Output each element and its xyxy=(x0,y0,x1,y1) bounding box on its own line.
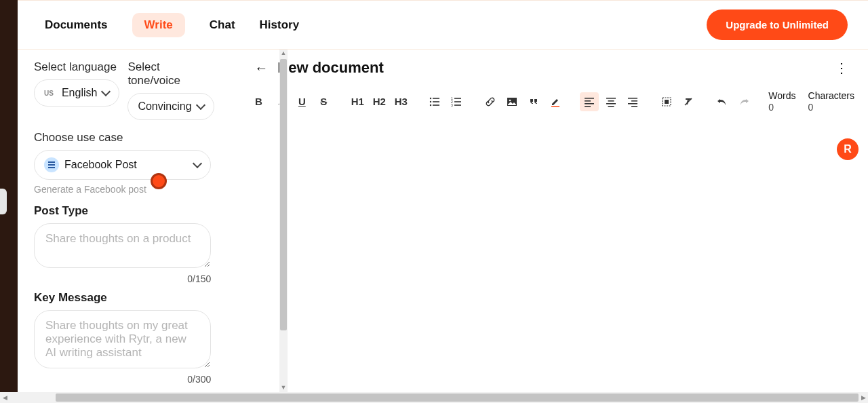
svg-rect-19 xyxy=(606,98,616,99)
tone-value: Convincing xyxy=(138,100,191,113)
language-select[interactable]: us English xyxy=(34,79,119,107)
bold-button[interactable]: B xyxy=(249,92,268,111)
key-message-input[interactable] xyxy=(34,310,211,368)
horizontal-scrollbar[interactable]: ◀ ▶ xyxy=(0,392,868,403)
tab-documents[interactable]: Documents xyxy=(45,13,108,37)
select-all-button[interactable] xyxy=(657,92,676,111)
svg-rect-5 xyxy=(433,104,439,106)
sidebar: Select language us English Select tone/v… xyxy=(18,50,227,392)
svg-rect-15 xyxy=(585,98,594,99)
sidebar-scrollbar-thumb[interactable] xyxy=(280,59,287,330)
svg-rect-16 xyxy=(585,100,591,102)
usecase-label: Choose use case xyxy=(34,131,211,145)
language-label: Select language xyxy=(34,60,119,74)
highlight-marker-icon xyxy=(151,173,167,189)
svg-rect-3 xyxy=(433,101,439,102)
h1-button[interactable]: H1 xyxy=(348,92,367,111)
svg-point-4 xyxy=(430,104,431,106)
editor-pane: ← New document ⋮ B I U S H1 H2 H3 xyxy=(235,50,868,392)
redo-button[interactable] xyxy=(734,92,753,111)
svg-rect-23 xyxy=(628,98,637,99)
facebook-lines-icon xyxy=(44,157,59,172)
svg-point-13 xyxy=(509,99,511,101)
underline-button[interactable]: U xyxy=(292,92,311,111)
h3-button[interactable]: H3 xyxy=(391,92,410,111)
svg-rect-25 xyxy=(628,103,637,104)
svg-rect-28 xyxy=(665,100,669,104)
svg-rect-1 xyxy=(433,98,439,99)
scroll-up-icon[interactable]: ▲ xyxy=(279,50,288,58)
link-button[interactable] xyxy=(481,92,500,111)
language-value: English xyxy=(62,87,97,99)
scroll-down-icon[interactable]: ▼ xyxy=(279,384,288,392)
svg-rect-21 xyxy=(606,103,616,104)
chevron-down-icon xyxy=(195,100,205,110)
usecase-value: Facebook Post xyxy=(64,159,189,171)
svg-rect-18 xyxy=(585,106,591,107)
chevron-down-icon xyxy=(101,87,111,96)
svg-rect-9 xyxy=(454,101,461,102)
quote-button[interactable] xyxy=(524,92,543,111)
align-left-button[interactable] xyxy=(580,92,599,111)
svg-point-0 xyxy=(430,98,431,99)
tab-history[interactable]: History xyxy=(260,13,300,37)
main-area: Documents Write Chat History Upgrade to … xyxy=(18,0,868,392)
align-right-button[interactable] xyxy=(623,92,642,111)
svg-rect-17 xyxy=(585,103,594,104)
align-center-button[interactable] xyxy=(601,92,620,111)
clear-format-button[interactable] xyxy=(679,92,698,111)
svg-rect-20 xyxy=(608,100,614,102)
post-type-label: Post Type xyxy=(34,204,211,218)
undo-button[interactable] xyxy=(713,92,732,111)
strike-button[interactable]: S xyxy=(314,92,333,111)
horizontal-scrollbar-thumb[interactable] xyxy=(56,394,859,402)
scroll-left-icon[interactable]: ◀ xyxy=(0,392,9,403)
highlight-button[interactable] xyxy=(546,92,565,111)
svg-rect-26 xyxy=(631,106,637,107)
svg-rect-24 xyxy=(631,100,637,102)
collapsed-side-handle[interactable] xyxy=(0,189,7,214)
tone-select[interactable]: Convincing xyxy=(127,93,214,120)
kebab-menu-icon[interactable]: ⋮ xyxy=(835,60,849,76)
post-type-input[interactable] xyxy=(34,223,211,268)
assistant-fab[interactable]: R xyxy=(837,138,859,160)
flag-icon: us xyxy=(44,90,54,97)
chevron-down-icon xyxy=(193,159,202,168)
key-message-counter: 0/300 xyxy=(34,374,211,385)
tab-chat[interactable]: Chat xyxy=(210,13,235,37)
number-list-button[interactable]: 123 xyxy=(447,92,466,111)
tab-write[interactable]: Write xyxy=(132,13,185,37)
svg-rect-22 xyxy=(608,106,614,107)
image-button[interactable] xyxy=(502,92,521,111)
svg-point-2 xyxy=(430,101,431,102)
back-arrow-icon[interactable]: ← xyxy=(254,61,268,75)
svg-rect-14 xyxy=(551,106,559,107)
svg-text:3: 3 xyxy=(451,103,453,107)
bullet-list-button[interactable] xyxy=(425,92,444,111)
h2-button[interactable]: H2 xyxy=(370,92,389,111)
word-count: Words 0 xyxy=(768,90,795,113)
sidebar-scrollbar[interactable]: ▲ ▼ xyxy=(279,50,288,392)
scroll-right-icon[interactable]: ▶ xyxy=(859,392,868,403)
tone-label: Select tone/voice xyxy=(127,60,214,88)
svg-rect-7 xyxy=(454,98,461,99)
svg-rect-11 xyxy=(454,104,461,106)
editor-toolbar: B I U S H1 H2 H3 123 xyxy=(235,86,868,117)
topbar: Documents Write Chat History Upgrade to … xyxy=(18,0,868,50)
upgrade-button[interactable]: Upgrade to Unlimited xyxy=(707,9,848,40)
char-count: Characters 0 xyxy=(808,90,854,113)
key-message-label: Key Message xyxy=(34,291,211,305)
document-title[interactable]: New document xyxy=(277,59,825,77)
usecase-select[interactable]: Facebook Post xyxy=(34,150,211,180)
post-type-counter: 0/150 xyxy=(34,273,211,284)
usecase-hint: Generate a Facebook post xyxy=(34,184,211,195)
